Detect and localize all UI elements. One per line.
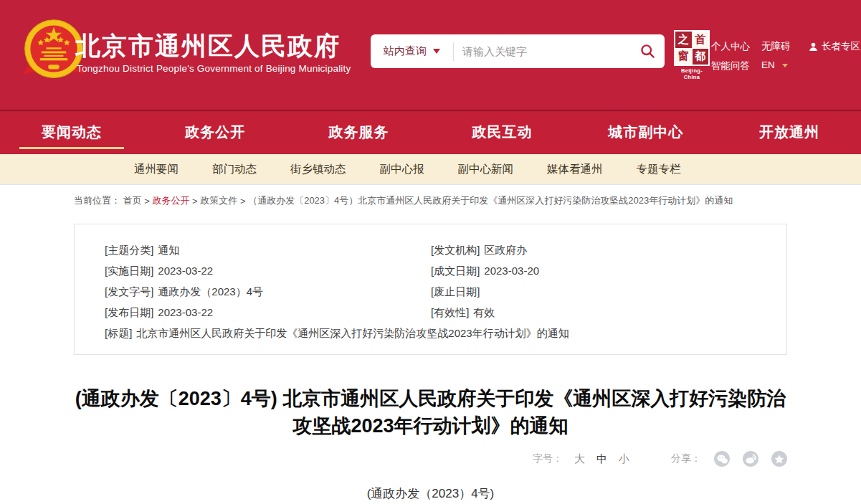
sub-nav: 通州要闻 部门动态 街乡镇动态 副中心报 副中心新闻 媒体看通州 专题专栏 xyxy=(0,154,861,185)
capital-window-char: 之 xyxy=(675,32,692,48)
search-button[interactable] xyxy=(630,34,665,68)
meta-field-implementation-date: [实施日期]2023-03-22 xyxy=(105,260,431,281)
font-size-medium[interactable]: 中 xyxy=(596,452,607,466)
breadcrumb-home[interactable]: 首页 xyxy=(123,195,142,206)
meta-field-repeal-date: [废止日期] xyxy=(431,281,765,302)
search-input[interactable] xyxy=(454,37,630,66)
breadcrumb-current: （通政办发〔2023〕4号）北京市通州区人民政府关于印发《通州区深入打好污染防治… xyxy=(248,195,733,206)
wechat-icon xyxy=(717,455,728,464)
search-icon xyxy=(640,44,655,59)
breadcrumb-zhengwu-gongkai[interactable]: 政务公开 xyxy=(152,195,189,206)
subnav-item-jiexiangzhen[interactable]: 街乡镇动态 xyxy=(290,162,346,177)
caret-down-icon xyxy=(782,64,788,67)
nav-item-chengshi-fuzhongxin[interactable]: 城市副中心 xyxy=(574,111,718,154)
subnav-item-fuzhongxin-bao[interactable]: 副中心报 xyxy=(380,162,424,177)
nav-item-zhengwu-gongkai[interactable]: 政务公开 xyxy=(143,111,287,154)
font-size-label: 字号： xyxy=(533,452,563,465)
breadcrumb-separator: > xyxy=(144,196,150,206)
nav-item-zhengwu-fuwu[interactable]: 政务服务 xyxy=(287,111,430,154)
link-senior-zone[interactable]: 长者专区 xyxy=(809,40,860,53)
capital-window-grid: 之 首 窗 都 xyxy=(674,30,710,66)
font-size-large[interactable]: 大 xyxy=(574,452,585,466)
capital-window-char: 窗 xyxy=(675,49,692,65)
main-nav: 要闻动态 政务公开 政务服务 政民互动 城市副中心 开放通州 xyxy=(0,110,861,154)
share-label: 分享： xyxy=(671,452,701,465)
subnav-item-fuzhongxin-xinwen[interactable]: 副中心新闻 xyxy=(458,162,514,177)
meta-field-publish-date: [发布日期]2023-03-22 xyxy=(105,302,431,323)
capital-window-char: 首 xyxy=(693,32,709,48)
site-header: 北京市通州区人民政府 Tongzhou District People's Go… xyxy=(0,0,861,110)
share-favorite-button[interactable] xyxy=(771,451,787,467)
document-metadata-box: [主题分类]通知 [发文机构]区政府办 [实施日期]2023-03-22 [成文… xyxy=(74,224,787,355)
person-icon xyxy=(809,42,818,52)
weibo-icon xyxy=(746,454,756,464)
nav-item-kaifang-tongzhou[interactable]: 开放通州 xyxy=(718,111,861,154)
article-controls: 字号： 大 中 小 分享： xyxy=(0,450,861,468)
link-english-toggle[interactable]: EN xyxy=(761,60,788,70)
capital-window-logo[interactable]: 之 首 窗 都 Beijing-China xyxy=(674,30,710,80)
breadcrumb: 当前位置： 首页 > 政务公开 > 政策文件 > （通政办发〔2023〕4号）北… xyxy=(74,194,861,207)
link-english-label: EN xyxy=(761,60,775,70)
site-title: 北京市通州区人民政府 xyxy=(75,29,341,63)
meta-field-issuing-agency: [发文机构]区政府办 xyxy=(431,239,765,260)
meta-field-title: [标题]北京市通州区人民政府关于印发《通州区深入打好污染防治攻坚战2023年行动… xyxy=(105,323,765,343)
breadcrumb-separator: > xyxy=(240,196,246,206)
share-weibo-button[interactable] xyxy=(743,451,758,467)
link-smart-qa[interactable]: 智能问答 xyxy=(711,60,750,72)
nav-item-yaowen-dongtai[interactable]: 要闻动态 xyxy=(0,111,143,154)
star-icon xyxy=(774,455,784,464)
search-bar: 站内查询 xyxy=(371,34,665,68)
subnav-item-tongzhou-yaowen[interactable]: 通州要闻 xyxy=(134,162,179,177)
breadcrumb-separator: > xyxy=(192,196,198,206)
link-senior-zone-label: 长者专区 xyxy=(822,40,860,53)
subnav-item-bumen-dongtai[interactable]: 部门动态 xyxy=(212,162,257,177)
breadcrumb-label: 当前位置： xyxy=(74,195,120,206)
meta-field-validity: [有效性]有效 xyxy=(431,302,765,323)
meta-field-document-number: [发文字号]通政办发（2023）4号 xyxy=(105,281,431,302)
search-scope-dropdown[interactable]: 站内查询 xyxy=(371,42,454,61)
document-number: (通政办发（2023）4号) xyxy=(0,485,861,502)
article-title: (通政办发〔2023〕4号) 北京市通州区人民政府关于印发《通州区深入打好污染防… xyxy=(69,385,793,439)
subnav-item-zhuanti-zhuanlan[interactable]: 专题专栏 xyxy=(637,162,681,177)
font-size-small[interactable]: 小 xyxy=(619,452,629,466)
breadcrumb-zhengce-wenjian[interactable]: 政策文件 xyxy=(200,195,237,206)
capital-window-char: 都 xyxy=(693,49,709,65)
meta-field-signing-date: [成文日期]2023-03-20 xyxy=(431,260,765,281)
subnav-item-meitikan-tongzhou[interactable]: 媒体看通州 xyxy=(547,162,603,177)
search-scope-label: 站内查询 xyxy=(384,44,427,58)
link-accessibility[interactable]: 无障碍 xyxy=(761,40,791,53)
nav-item-zhengmin-hudong[interactable]: 政民互动 xyxy=(431,111,574,154)
share-wechat-button[interactable] xyxy=(714,451,730,467)
meta-field-subject: [主题分类]通知 xyxy=(105,239,431,260)
capital-window-caption: Beijing-China xyxy=(674,67,710,80)
link-personal-center[interactable]: 个人中心 xyxy=(711,40,750,53)
caret-down-icon xyxy=(433,49,440,54)
site-subtitle: Tongzhou District People's Government of… xyxy=(77,63,351,74)
